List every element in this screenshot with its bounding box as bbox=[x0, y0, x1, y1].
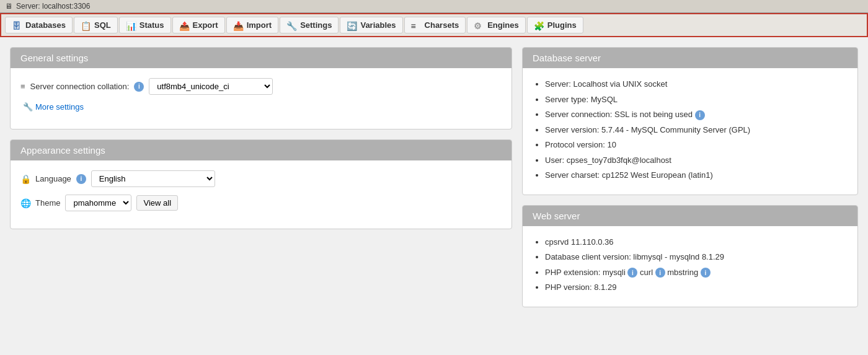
tab-plugins[interactable]: 🧩 Plugins bbox=[527, 17, 583, 33]
tab-variables[interactable]: 🔄 Variables bbox=[340, 17, 402, 33]
database-server-header: Database server bbox=[523, 48, 857, 68]
tab-engines[interactable]: ⚙ Engines bbox=[467, 17, 526, 33]
web-server-list: cpsrvd 11.110.0.36 Database client versi… bbox=[533, 236, 848, 294]
general-settings-panel: General settings ≡ Server connection col… bbox=[10, 47, 512, 129]
appearance-settings-body: 🔒 Language i English 🌐 Theme pmahomme Vi… bbox=[11, 160, 512, 229]
web-server-body: cpsrvd 11.110.0.36 Database client versi… bbox=[523, 226, 857, 307]
variables-icon: 🔄 bbox=[347, 21, 358, 30]
tab-databases-label: Databases bbox=[25, 20, 66, 30]
list-item: Server: Localhost via UNIX socket bbox=[545, 78, 848, 90]
key-icon: 🔧 bbox=[23, 102, 33, 112]
list-item: PHP extension: mysqli i curl i mbstring … bbox=[545, 266, 848, 279]
tab-export-label: Export bbox=[193, 20, 218, 30]
collation-icon: ≡ bbox=[20, 82, 25, 91]
title-bar-icon: 🖥 bbox=[5, 2, 12, 11]
tab-import-label: Import bbox=[247, 20, 272, 30]
theme-select[interactable]: pmahomme bbox=[65, 195, 131, 211]
tab-import[interactable]: 📥 Import bbox=[226, 17, 278, 33]
collation-row: ≡ Server connection collation: i utf8mb4… bbox=[20, 78, 502, 95]
list-item: Server type: MySQL bbox=[545, 94, 848, 106]
view-all-button[interactable]: View all bbox=[136, 195, 178, 211]
appearance-settings-header: Appearance settings bbox=[11, 140, 512, 160]
tab-status[interactable]: 📊 Status bbox=[119, 17, 171, 33]
tab-status-label: Status bbox=[140, 20, 164, 30]
language-info-icon[interactable]: i bbox=[76, 174, 86, 184]
tab-charsets[interactable]: ≡ Charsets bbox=[404, 17, 466, 33]
tab-variables-label: Variables bbox=[360, 20, 396, 30]
list-item: Server version: 5.7.44 - MySQL Community… bbox=[545, 124, 848, 136]
charsets-icon: ≡ bbox=[411, 21, 422, 30]
theme-label: Theme bbox=[35, 198, 60, 208]
database-server-panel: Database server Server: Localhost via UN… bbox=[522, 47, 858, 195]
tab-sql-label: SQL bbox=[94, 20, 111, 30]
list-item: cpsrvd 11.110.0.36 bbox=[545, 236, 848, 248]
language-label: Language bbox=[35, 174, 71, 183]
database-server-list: Server: Localhost via UNIX socket Server… bbox=[533, 78, 848, 182]
tab-charsets-label: Charsets bbox=[425, 20, 459, 30]
status-icon: 📊 bbox=[126, 21, 137, 30]
general-settings-body: ≡ Server connection collation: i utf8mb4… bbox=[11, 68, 512, 129]
more-settings-row: 🔧 More settings bbox=[20, 102, 502, 112]
tab-settings[interactable]: 🔧 Settings bbox=[280, 17, 339, 33]
title-bar-text: Server: localhost:3306 bbox=[16, 2, 90, 11]
general-settings-header: General settings bbox=[11, 48, 512, 68]
settings-icon: 🔧 bbox=[286, 21, 298, 30]
list-item: PHP version: 8.1.29 bbox=[545, 281, 848, 294]
list-item: User: cpses_toy7db3fqk@localhost bbox=[545, 154, 848, 167]
ssl-info-icon[interactable]: i bbox=[695, 110, 705, 120]
main-content: General settings ≡ Server connection col… bbox=[0, 37, 868, 317]
language-row: 🔒 Language i English bbox=[20, 170, 502, 187]
import-icon: 📥 bbox=[233, 21, 244, 30]
list-item: Server connection: SSL is not being used… bbox=[545, 108, 848, 121]
mysqli-info-icon[interactable]: i bbox=[627, 268, 637, 278]
web-server-header: Web server bbox=[523, 206, 857, 226]
databases-icon: 🗄 bbox=[12, 21, 23, 30]
collation-label: Server connection collation: bbox=[30, 82, 130, 91]
list-item: Database client version: libmysql - mysq… bbox=[545, 251, 848, 263]
sql-icon: 📋 bbox=[81, 21, 92, 30]
left-column: General settings ≡ Server connection col… bbox=[10, 47, 512, 307]
theme-icon: 🌐 bbox=[20, 198, 30, 208]
tab-sql[interactable]: 📋 SQL bbox=[74, 17, 118, 33]
tab-engines-label: Engines bbox=[487, 20, 519, 30]
export-icon: 📤 bbox=[179, 21, 190, 30]
list-item: Server charset: cp1252 West European (la… bbox=[545, 169, 848, 182]
curl-info-icon[interactable]: i bbox=[655, 268, 665, 278]
nav-bar: 🗄 Databases 📋 SQL 📊 Status 📤 Export 📥 Im… bbox=[0, 13, 868, 37]
tab-databases[interactable]: 🗄 Databases bbox=[5, 17, 73, 33]
title-bar: 🖥 Server: localhost:3306 bbox=[0, 0, 868, 13]
collation-select[interactable]: utf8mb4_unicode_ci bbox=[149, 78, 273, 95]
collation-info-icon[interactable]: i bbox=[134, 82, 144, 92]
tab-plugins-label: Plugins bbox=[547, 20, 577, 30]
language-icon: 🔒 bbox=[20, 174, 30, 184]
right-column: Database server Server: Localhost via UN… bbox=[522, 47, 858, 307]
web-server-panel: Web server cpsrvd 11.110.0.36 Database c… bbox=[522, 205, 858, 307]
tab-settings-label: Settings bbox=[300, 20, 332, 30]
language-select[interactable]: English bbox=[91, 170, 215, 187]
tab-export[interactable]: 📤 Export bbox=[172, 17, 225, 33]
list-item: Protocol version: 10 bbox=[545, 139, 848, 151]
plugins-icon: 🧩 bbox=[534, 21, 545, 30]
engines-icon: ⚙ bbox=[474, 21, 485, 30]
theme-row: 🌐 Theme pmahomme View all bbox=[20, 195, 502, 211]
appearance-settings-panel: Appearance settings 🔒 Language i English… bbox=[10, 139, 512, 229]
more-settings-link[interactable]: 🔧 More settings bbox=[20, 102, 84, 112]
database-server-body: Server: Localhost via UNIX socket Server… bbox=[523, 68, 857, 195]
mbstring-info-icon[interactable]: i bbox=[701, 268, 711, 278]
